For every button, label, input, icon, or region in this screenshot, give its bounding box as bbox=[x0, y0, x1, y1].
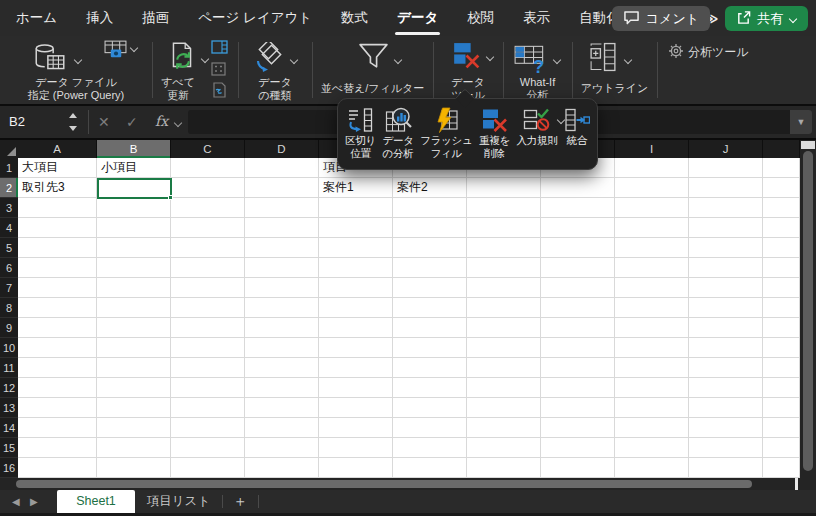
cell-G15[interactable] bbox=[467, 438, 541, 458]
cell-A8[interactable] bbox=[18, 298, 97, 318]
cell-B10[interactable] bbox=[97, 338, 171, 358]
cell-K7[interactable] bbox=[763, 278, 800, 298]
cell-G2[interactable] bbox=[467, 178, 541, 198]
cell-E3[interactable] bbox=[319, 198, 393, 218]
cell-I16[interactable] bbox=[615, 458, 689, 478]
cell-E5[interactable] bbox=[319, 238, 393, 258]
cell-A13[interactable] bbox=[18, 398, 97, 418]
horizontal-scrollbar-thumb[interactable] bbox=[16, 480, 752, 488]
cell-D14[interactable] bbox=[245, 418, 319, 438]
cell-E4[interactable] bbox=[319, 218, 393, 238]
cell-F4[interactable] bbox=[393, 218, 467, 238]
vertical-scrollbar-track[interactable] bbox=[801, 141, 815, 149]
cell-J11[interactable] bbox=[689, 358, 763, 378]
cell-K14[interactable] bbox=[763, 418, 800, 438]
outline-label[interactable]: アウトライン bbox=[572, 82, 657, 95]
cell-C16[interactable] bbox=[171, 458, 245, 478]
cell-B3[interactable] bbox=[97, 198, 171, 218]
cell-C9[interactable] bbox=[171, 318, 245, 338]
name-box-spinner[interactable] bbox=[66, 113, 80, 131]
row-header-5[interactable]: 5 bbox=[0, 238, 18, 258]
cell-D2[interactable] bbox=[245, 178, 319, 198]
cell-D13[interactable] bbox=[245, 398, 319, 418]
spinner-down-icon[interactable] bbox=[69, 126, 77, 131]
horizontal-scrollbar[interactable] bbox=[0, 478, 800, 490]
chevron-down-icon[interactable] bbox=[394, 56, 402, 64]
data-types-label[interactable]: データ の種類 bbox=[238, 76, 312, 102]
chevron-down-icon[interactable] bbox=[174, 119, 182, 127]
cell-C2[interactable] bbox=[171, 178, 245, 198]
refresh-all-label[interactable]: すべて 更新 bbox=[150, 76, 206, 102]
analysis-tools-label[interactable]: 分析ツール bbox=[688, 45, 758, 59]
cell-J3[interactable] bbox=[689, 198, 763, 218]
menu-tab-6[interactable]: 校閲 bbox=[467, 9, 494, 27]
cell-K13[interactable] bbox=[763, 398, 800, 418]
cell-B4[interactable] bbox=[97, 218, 171, 238]
cell-E15[interactable] bbox=[319, 438, 393, 458]
chevron-down-icon[interactable] bbox=[290, 56, 298, 64]
cell-H4[interactable] bbox=[541, 218, 615, 238]
cell-B6[interactable] bbox=[97, 258, 171, 278]
cell-I4[interactable] bbox=[615, 218, 689, 238]
cell-E14[interactable] bbox=[319, 418, 393, 438]
cell-B16[interactable] bbox=[97, 458, 171, 478]
cell-I13[interactable] bbox=[615, 398, 689, 418]
cell-G14[interactable] bbox=[467, 418, 541, 438]
chevron-down-icon[interactable] bbox=[130, 44, 138, 52]
cell-H12[interactable] bbox=[541, 378, 615, 398]
cell-J4[interactable] bbox=[689, 218, 763, 238]
cell-B7[interactable] bbox=[97, 278, 171, 298]
properties-panel-icon[interactable] bbox=[211, 40, 228, 58]
cell-A11[interactable] bbox=[18, 358, 97, 378]
cell-A10[interactable] bbox=[18, 338, 97, 358]
add-sheet-button[interactable]: ＋ bbox=[228, 490, 252, 513]
chevron-down-icon[interactable] bbox=[74, 56, 82, 64]
enter-check-icon[interactable]: ✓ bbox=[126, 106, 138, 138]
cell-E10[interactable] bbox=[319, 338, 393, 358]
cell-C13[interactable] bbox=[171, 398, 245, 418]
row-header-15[interactable]: 15 bbox=[0, 438, 18, 458]
row-header-6[interactable]: 6 bbox=[0, 258, 18, 278]
row-header-12[interactable]: 12 bbox=[0, 378, 18, 398]
sheet-tab-sheet1[interactable]: Sheet1 bbox=[57, 490, 135, 513]
select-all-corner[interactable] bbox=[0, 140, 18, 158]
cell-H10[interactable] bbox=[541, 338, 615, 358]
cell-K8[interactable] bbox=[763, 298, 800, 318]
cell-K6[interactable] bbox=[763, 258, 800, 278]
cell-C15[interactable] bbox=[171, 438, 245, 458]
power-query-label[interactable]: データ ファイル 指定 (Power Query) bbox=[0, 76, 152, 102]
cell-H11[interactable] bbox=[541, 358, 615, 378]
cell-H15[interactable] bbox=[541, 438, 615, 458]
cell-F16[interactable] bbox=[393, 458, 467, 478]
comment-button[interactable]: コメント bbox=[612, 6, 710, 31]
cell-J1[interactable] bbox=[689, 158, 763, 178]
cell-A9[interactable] bbox=[18, 318, 97, 338]
next-sheet-icon[interactable]: ▶ bbox=[30, 490, 38, 513]
column-header-J[interactable]: J bbox=[689, 140, 763, 158]
cell-G3[interactable] bbox=[467, 198, 541, 218]
row-header-1[interactable]: 1 bbox=[0, 158, 18, 178]
cell-H9[interactable] bbox=[541, 318, 615, 338]
cell-J2[interactable] bbox=[689, 178, 763, 198]
edit-links-icon[interactable] bbox=[211, 82, 227, 102]
cell-D3[interactable] bbox=[245, 198, 319, 218]
cell-J12[interactable] bbox=[689, 378, 763, 398]
column-header-C[interactable]: C bbox=[171, 140, 245, 158]
cell-D6[interactable] bbox=[245, 258, 319, 278]
popup-item-flash-fill[interactable]: フラッシュフィル bbox=[419, 106, 473, 160]
cell-K3[interactable] bbox=[763, 198, 800, 218]
cell-K5[interactable] bbox=[763, 238, 800, 258]
cell-B8[interactable] bbox=[97, 298, 171, 318]
cell-F8[interactable] bbox=[393, 298, 467, 318]
data-types-icon[interactable] bbox=[252, 42, 286, 78]
cell-K12[interactable] bbox=[763, 378, 800, 398]
popup-item-data-validation[interactable]: 入力規則 bbox=[516, 106, 559, 147]
cell-G10[interactable] bbox=[467, 338, 541, 358]
cell-G13[interactable] bbox=[467, 398, 541, 418]
cell-C12[interactable] bbox=[171, 378, 245, 398]
cell-A15[interactable] bbox=[18, 438, 97, 458]
what-if-analysis-icon[interactable]: ? bbox=[513, 42, 549, 78]
sort-filter-label[interactable]: 並べ替え/フィルター bbox=[312, 82, 433, 95]
cell-A5[interactable] bbox=[18, 238, 97, 258]
column-header-A[interactable]: A bbox=[18, 140, 97, 158]
